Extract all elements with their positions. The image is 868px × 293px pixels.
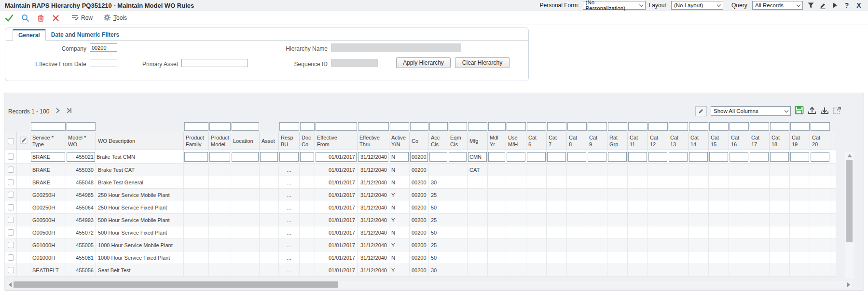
help-icon[interactable]: ? xyxy=(842,1,851,9)
qbe-filter-mfg-input[interactable] xyxy=(468,122,487,131)
row-checkbox[interactable] xyxy=(8,254,14,261)
run-query-icon[interactable] xyxy=(830,1,839,9)
qbe-filter-co-input[interactable] xyxy=(410,122,428,131)
show-columns-select[interactable]: Show All Columns xyxy=(711,106,791,116)
cell-c13-input[interactable] xyxy=(669,152,688,162)
qbe-filter-rb-input[interactable] xyxy=(279,122,299,131)
cell-act-input[interactable] xyxy=(390,152,409,162)
company-input[interactable] xyxy=(90,43,117,52)
qbe-filter-c7-input[interactable] xyxy=(547,122,566,131)
qbe-filter-et-input[interactable] xyxy=(358,122,389,131)
cell-et-input[interactable] xyxy=(358,152,388,162)
customize-grid-icon[interactable] xyxy=(695,106,707,116)
qbe-filter-c9-input[interactable] xyxy=(588,122,607,131)
row-checkbox[interactable] xyxy=(8,267,14,273)
qbe-filter-pf-input[interactable] xyxy=(184,122,208,131)
qbe-filter-c12-input[interactable] xyxy=(648,122,668,131)
last-page-icon[interactable] xyxy=(66,108,72,115)
cell-pm-input[interactable] xyxy=(209,152,230,162)
cell-c14-input[interactable] xyxy=(689,152,708,162)
filter-icon[interactable] xyxy=(806,1,815,9)
expand-grid-icon[interactable] xyxy=(833,106,841,116)
edit-query-icon[interactable] xyxy=(818,1,827,9)
qbe-filter-eqm-input[interactable] xyxy=(449,122,467,131)
row-checkbox[interactable] xyxy=(8,179,14,185)
select-all-checkbox[interactable] xyxy=(8,138,14,144)
scroll-left-arrow-icon[interactable] xyxy=(9,282,12,287)
cell-eqm-input[interactable] xyxy=(449,152,467,162)
ok-button[interactable] xyxy=(5,14,14,22)
qbe-filter-rat-input[interactable] xyxy=(608,122,627,131)
close-icon[interactable]: X xyxy=(854,1,863,9)
vertical-scroll-thumb[interactable] xyxy=(846,160,853,242)
qbe-filter-c19-input[interactable] xyxy=(790,122,810,131)
scroll-right-arrow-icon[interactable] xyxy=(847,282,850,287)
cell-c6-input[interactable] xyxy=(527,152,546,162)
save-grid-icon[interactable] xyxy=(795,106,804,116)
cell-loc-input[interactable] xyxy=(232,152,259,162)
row-checkbox[interactable] xyxy=(8,242,14,248)
row-checkbox[interactable] xyxy=(8,153,14,160)
clear-hierarchy-button[interactable]: Clear Hierarchy xyxy=(455,57,510,68)
cell-asset-input[interactable] xyxy=(260,152,278,162)
qbe-filter-c18-input[interactable] xyxy=(770,122,789,131)
layout-select[interactable]: (No Layout) xyxy=(671,1,723,10)
cell-c16-input[interactable] xyxy=(730,152,748,162)
cell-use-input[interactable] xyxy=(507,152,525,162)
qbe-filter-ef-input[interactable] xyxy=(316,122,357,131)
cell-c11-input[interactable] xyxy=(628,152,647,162)
qbe-filter-mw-input[interactable] xyxy=(67,122,96,131)
cell-c8-input[interactable] xyxy=(567,152,586,162)
qbe-filter-pm-input[interactable] xyxy=(209,122,231,131)
cell-mdl-input[interactable] xyxy=(488,152,505,162)
cell-rat-input[interactable] xyxy=(608,152,627,162)
cell-c15-input[interactable] xyxy=(709,152,728,162)
qbe-filter-c16-input[interactable] xyxy=(730,122,749,131)
effective-from-date-input[interactable] xyxy=(90,59,117,67)
qbe-filter-c8-input[interactable] xyxy=(567,122,587,131)
qbe-filter-c6-input[interactable] xyxy=(527,122,546,131)
qbe-filter-acc-input[interactable] xyxy=(429,122,448,131)
tab-date-numeric-filters[interactable]: Date and Numeric Filters xyxy=(46,30,124,40)
cell-mfg-input[interactable] xyxy=(468,152,487,162)
personal-form-select[interactable]: (No Personalization) xyxy=(583,1,646,10)
qbe-filter-c13-input[interactable] xyxy=(669,122,688,131)
tab-general[interactable]: General xyxy=(13,29,46,41)
row-checkbox[interactable] xyxy=(8,204,14,210)
row-checkbox[interactable] xyxy=(8,192,14,198)
cell-dc-input[interactable] xyxy=(300,152,314,162)
vertical-scrollbar[interactable] xyxy=(845,152,854,279)
cancel-button[interactable] xyxy=(52,14,59,22)
delete-button[interactable] xyxy=(37,14,44,22)
row-checkbox[interactable] xyxy=(8,167,14,173)
row-checkbox[interactable] xyxy=(8,229,14,236)
cell-co-input[interactable] xyxy=(410,152,428,162)
horizontal-scrollbar[interactable] xyxy=(7,281,852,288)
qbe-filter-c20-input[interactable] xyxy=(811,122,830,131)
cell-acc-input[interactable] xyxy=(429,152,447,162)
cell-c9-input[interactable] xyxy=(588,152,606,162)
qbe-filter-act-input[interactable] xyxy=(390,122,409,131)
cell-c17-input[interactable] xyxy=(750,152,769,162)
qbe-filter-mdl-input[interactable] xyxy=(488,122,506,131)
cell-c7-input[interactable] xyxy=(547,152,566,162)
cell-mw-input[interactable] xyxy=(67,152,95,162)
scroll-up-arrow-icon[interactable] xyxy=(847,154,852,157)
row-checkbox[interactable] xyxy=(8,217,14,223)
horizontal-scroll-thumb[interactable] xyxy=(14,281,338,288)
apply-hierarchy-button[interactable]: Apply Hierarchy xyxy=(396,57,451,68)
qbe-filter-c11-input[interactable] xyxy=(628,122,648,131)
qbe-filter-c15-input[interactable] xyxy=(709,122,729,131)
find-button[interactable] xyxy=(21,14,29,22)
qbe-filter-dc-input[interactable] xyxy=(300,122,315,131)
export-icon[interactable] xyxy=(808,106,816,116)
query-select[interactable]: All Records xyxy=(752,1,803,10)
import-icon[interactable] xyxy=(820,106,829,116)
qbe-filter-loc-input[interactable] xyxy=(232,122,259,131)
cell-c20-input[interactable] xyxy=(811,152,829,162)
cell-st-input[interactable] xyxy=(31,152,65,162)
row-menu-button[interactable]: Row xyxy=(71,14,93,22)
qbe-filter-c17-input[interactable] xyxy=(750,122,769,131)
cell-pf-input[interactable] xyxy=(184,152,208,162)
qbe-filter-use-input[interactable] xyxy=(507,122,526,131)
